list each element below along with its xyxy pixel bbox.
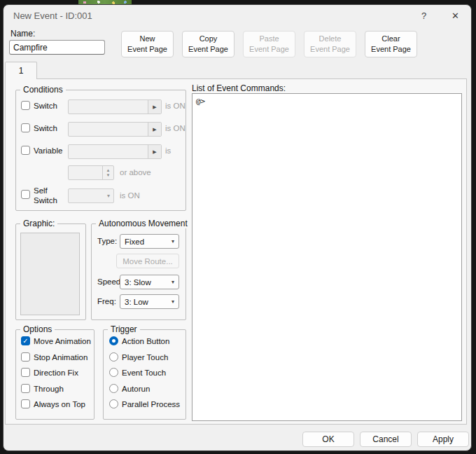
graphic-title: Graphic: <box>20 219 57 228</box>
help-button[interactable]: ? <box>408 5 440 26</box>
options-title: Options <box>20 324 55 334</box>
variable-field: ▶ <box>68 144 162 159</box>
option-label: Move Animation <box>34 337 91 345</box>
options-group: Options Move Animation Stop Animation Di… <box>15 329 94 420</box>
trigger-label: Action Button <box>122 337 169 345</box>
close-button[interactable]: ✕ <box>440 5 471 26</box>
self-switch-suffix: is ON <box>120 191 140 200</box>
through-checkbox[interactable] <box>21 384 30 393</box>
event-touch-radio[interactable] <box>109 368 118 377</box>
switch1-suffix: is ON <box>165 102 186 110</box>
titlebar[interactable]: New Event - ID:001 ? ✕ <box>4 5 471 26</box>
action-button-radio[interactable] <box>109 336 118 345</box>
switch2-field: ▶ <box>68 122 162 137</box>
name-label: Name: <box>10 29 35 39</box>
trigger-title: Trigger <box>108 324 140 334</box>
speed-label: Speed: <box>97 277 122 286</box>
new-event-dialog: New Event - ID:001 ? ✕ Name: New Event P… <box>3 4 472 451</box>
switch2-checkbox-row: Switch <box>21 123 57 132</box>
chevron-down-icon: ▾ <box>172 279 174 285</box>
trigger-autorun[interactable]: Autorun <box>109 384 150 393</box>
delete-event-page-button: Delete Event Page <box>304 31 356 57</box>
spinner-arrows-icon: ▲▼ <box>102 166 113 179</box>
window-title: New Event - ID:001 <box>13 11 92 21</box>
trigger-player-touch[interactable]: Player Touch <box>109 352 168 362</box>
stop-animation-checkbox[interactable] <box>21 352 30 362</box>
option-move-animation[interactable]: Move Animation <box>21 336 91 345</box>
trigger-label: Event Touch <box>122 369 166 377</box>
option-through[interactable]: Through <box>21 384 64 393</box>
commands-label: List of Event Commands: <box>192 83 286 93</box>
variable-value-suffix: or above <box>120 168 151 177</box>
tab-page-1[interactable]: 1 <box>5 62 37 79</box>
self-switch-select: ▾ <box>68 188 114 203</box>
chevron-down-icon: ▾ <box>172 238 174 245</box>
speed-value: 3: Slow <box>125 278 151 287</box>
cancel-button[interactable]: Cancel <box>360 432 412 447</box>
titlebar-buttons: ? ✕ <box>408 5 471 26</box>
move-animation-checkbox[interactable] <box>21 336 30 345</box>
speed-select[interactable]: 3: Slow ▾ <box>120 275 179 289</box>
option-stop-animation[interactable]: Stop Animation <box>21 352 88 362</box>
switch2-checkbox[interactable] <box>21 123 30 132</box>
graphic-preview-box[interactable] <box>20 233 80 315</box>
name-input[interactable] <box>9 40 105 55</box>
player-touch-radio[interactable] <box>109 352 118 362</box>
switch1-browse-icon: ▶ <box>148 100 161 114</box>
variable-label: Variable <box>34 146 62 155</box>
switch2-browse-icon: ▶ <box>148 123 161 136</box>
freq-label: Freq: <box>97 297 116 305</box>
paste-event-page-button: Paste Event Page <box>243 31 295 57</box>
option-direction-fix[interactable]: Direction Fix <box>21 368 78 377</box>
graphic-group: Graphic: <box>15 223 86 320</box>
variable-checkbox[interactable] <box>21 146 30 155</box>
parallel-process-radio[interactable] <box>109 399 118 408</box>
trigger-label: Autorun <box>122 385 150 393</box>
new-event-page-button[interactable]: New Event Page <box>121 31 174 57</box>
autorun-radio[interactable] <box>109 384 118 393</box>
move-route-button: Move Route... <box>116 254 179 268</box>
clear-event-page-button[interactable]: Clear Event Page <box>365 31 417 57</box>
trigger-label: Parallel Process <box>122 400 180 408</box>
variable-browse-icon: ▶ <box>148 145 161 158</box>
variable-checkbox-row: Variable <box>21 146 62 155</box>
autonomous-movement-group: Autonomous Movement Type: Fixed ▾ Move R… <box>91 223 186 320</box>
freq-select[interactable]: 3: Low ▾ <box>120 294 179 309</box>
movement-title: Autonomous Movement <box>96 219 190 228</box>
event-commands-list[interactable]: @> <box>192 93 462 421</box>
conditions-title: Conditions <box>20 85 66 95</box>
conditions-group: Conditions Switch ▶ is ON Switch ▶ is ON… <box>15 90 186 211</box>
event-page-panel: Conditions Switch ▶ is ON Switch ▶ is ON… <box>5 78 467 425</box>
option-always-on-top[interactable]: Always on Top <box>21 399 85 408</box>
self-switch-label: Self Switch <box>34 186 62 206</box>
switch1-checkbox[interactable] <box>21 101 30 110</box>
trigger-parallel-process[interactable]: Parallel Process <box>109 399 180 408</box>
switch1-checkbox-row: Switch <box>21 101 57 110</box>
apply-button[interactable]: Apply <box>417 432 469 447</box>
trigger-label: Player Touch <box>122 353 168 362</box>
trigger-group: Trigger Action Button Player Touch Event… <box>103 329 186 420</box>
variable-value-spinner: ▲▼ <box>68 165 114 180</box>
type-select[interactable]: Fixed ▾ <box>120 234 179 249</box>
self-switch-checkbox-row: Self Switch <box>21 186 64 206</box>
switch2-suffix: is ON <box>165 124 186 132</box>
always-on-top-checkbox[interactable] <box>21 399 30 408</box>
variable-suffix: is <box>165 146 171 155</box>
type-label: Type: <box>97 237 117 245</box>
chevron-down-icon: ▾ <box>107 193 110 199</box>
self-switch-checkbox[interactable] <box>21 190 30 199</box>
copy-event-page-button[interactable]: Copy Event Page <box>182 31 234 57</box>
chevron-down-icon: ▾ <box>172 298 174 305</box>
switch1-label: Switch <box>34 102 57 110</box>
trigger-event-touch[interactable]: Event Touch <box>109 368 166 377</box>
option-label: Through <box>34 385 64 393</box>
direction-fix-checkbox[interactable] <box>21 368 30 377</box>
switch1-field: ▶ <box>68 99 162 114</box>
trigger-action-button[interactable]: Action Button <box>109 336 169 345</box>
option-label: Direction Fix <box>34 369 78 377</box>
ok-button[interactable]: OK <box>302 432 354 447</box>
type-value: Fixed <box>125 238 144 246</box>
option-label: Always on Top <box>34 400 85 408</box>
footer-buttons: OK Cancel Apply <box>302 432 469 447</box>
command-line[interactable]: @> <box>192 94 461 109</box>
